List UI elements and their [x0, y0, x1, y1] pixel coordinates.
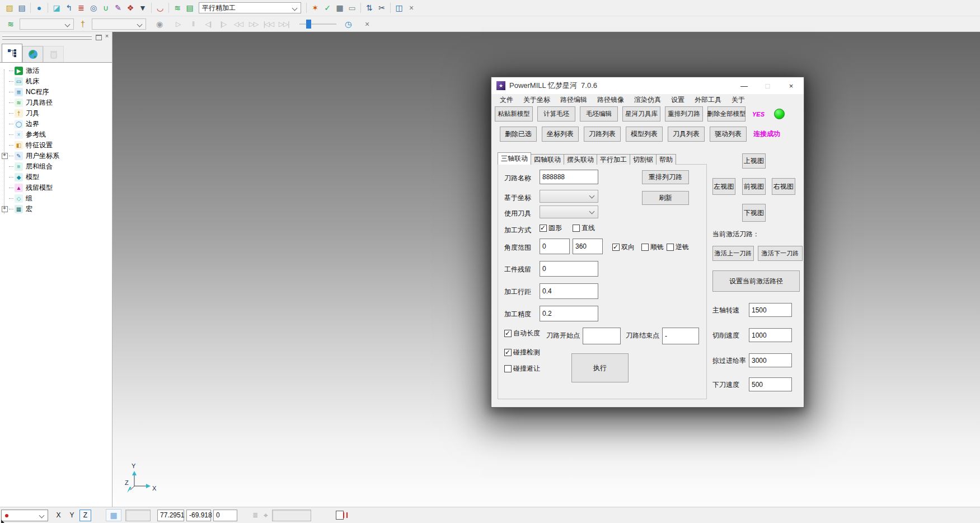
open-project-icon[interactable]: ▨ — [3, 2, 16, 14]
xyz-list-icon[interactable]: ≣ — [252, 511, 258, 519]
axis-z-button[interactable]: Z — [79, 510, 91, 521]
sim-tool-dropdown[interactable] — [92, 18, 146, 30]
calculator-icon[interactable]: ▦ — [334, 2, 346, 14]
explorer-close-icon[interactable]: × — [104, 32, 110, 40]
ruler-icon[interactable]: ▭ — [346, 2, 358, 14]
tree-item-toolpaths[interactable]: ≋ 刀具路径 — [0, 97, 112, 108]
collision-avoid-checkbox[interactable]: 碰撞避让 — [504, 364, 540, 373]
go-start-icon[interactable]: |◁◁ — [262, 18, 275, 30]
rapid-heights-icon[interactable]: ↰ — [63, 2, 75, 14]
auto-length-checkbox[interactable]: 自动长度 — [504, 329, 540, 338]
sim-toolpath-dropdown[interactable] — [20, 18, 74, 30]
scissors-icon[interactable]: ✂ — [376, 2, 388, 14]
climb-mill-checkbox[interactable]: 顺铣 — [641, 242, 664, 252]
block-icon[interactable]: ◪ — [50, 2, 63, 14]
angle-to-field[interactable]: 360 — [573, 239, 603, 254]
statusbar-dropdown[interactable] — [1, 510, 48, 521]
tool-ball-icon[interactable]: ◎ — [87, 2, 100, 14]
tree-item-models[interactable]: ◆ 模型 — [0, 172, 112, 183]
rearrange-toolpaths-button[interactable]: 重排列刀路 — [665, 106, 703, 122]
slider-handle[interactable] — [306, 20, 311, 29]
bidirectional-checkbox[interactable]: 双向 — [612, 242, 635, 252]
tree-item-nc-programs[interactable]: ≣ NC程序 — [0, 87, 112, 97]
axis-y-button[interactable]: Y — [66, 510, 78, 521]
block-edit-button[interactable]: 毛坯编辑 — [580, 106, 618, 122]
rearrange-toolpath-button[interactable]: 重排列刀路 — [642, 170, 689, 184]
tab-4axis[interactable]: 四轴联动 — [531, 154, 564, 165]
set-active-path-button[interactable]: 设置当前激活路径 — [712, 270, 800, 292]
links-icon[interactable]: ∪ — [100, 2, 112, 14]
execute-button[interactable]: 执行 — [571, 353, 629, 382]
expander-icon[interactable] — [2, 153, 8, 159]
tree-item-levels[interactable]: ≡ 层和组合 — [0, 161, 112, 172]
active-toolpath-dropdown[interactable]: 平行精加工 — [199, 2, 301, 13]
view-right-button[interactable]: 右视图 — [772, 178, 795, 195]
model-list-button[interactable]: 模型列表 — [626, 127, 663, 142]
tab-swivel-head[interactable]: 摆头联动 — [564, 154, 597, 165]
step-back-icon[interactable]: ◁| — [201, 18, 215, 30]
toolbar-close-icon[interactable]: × — [405, 2, 418, 14]
tab-parallel[interactable]: 平行加工 — [597, 154, 630, 165]
delete-all-models-button[interactable]: 删除全部模型 — [707, 106, 745, 122]
axis-x-button[interactable]: X — [53, 510, 64, 521]
float-panel-icon[interactable] — [96, 35, 102, 40]
conventional-mill-checkbox[interactable]: 逆铣 — [667, 242, 689, 252]
tab-explorer-globe[interactable] — [22, 46, 43, 62]
based-coord-select[interactable] — [540, 190, 598, 203]
clock-icon[interactable]: ◷ — [342, 18, 354, 30]
plunge-speed-field[interactable]: 500 — [749, 377, 792, 391]
tree-item-groups[interactable]: ◇ 组 — [0, 193, 112, 204]
skim-feed-field[interactable]: 3000 — [749, 353, 792, 367]
tree-item-stock-models[interactable]: ▲ 残留模型 — [0, 183, 112, 193]
toolpath-name-field[interactable]: 888888 — [540, 170, 598, 184]
collision-check-checkbox[interactable]: 碰撞检测 — [504, 348, 540, 357]
tool-list-button[interactable]: 刀具列表 — [668, 127, 705, 142]
tree-item-boundaries[interactable]: ◯ 边界 — [0, 119, 112, 129]
tree-item-tools[interactable]: † 刀具 — [0, 108, 112, 119]
xinghe-tool-library-button[interactable]: 星河刀具库 — [622, 106, 660, 122]
view-top-button[interactable]: 上视图 — [742, 153, 766, 169]
menu-path-mirror[interactable]: 路径镜像 — [592, 95, 629, 105]
close-button[interactable]: × — [782, 80, 800, 92]
minimize-button[interactable]: — — [735, 80, 753, 92]
lamp-icon[interactable]: ◉ — [153, 18, 166, 30]
mode-linear-checkbox[interactable]: 直线 — [573, 223, 595, 233]
tree-item-machine-tools[interactable]: ▭ 机床 — [0, 76, 112, 87]
plunge-tool-icon[interactable]: ◡ — [154, 2, 166, 14]
step-forward-icon[interactable]: |▷ — [217, 18, 230, 30]
verify-icon[interactable]: ✓ — [321, 2, 334, 14]
cutting-speed-field[interactable]: 1000 — [749, 328, 792, 342]
menu-settings[interactable]: 设置 — [666, 95, 690, 105]
simulation-speed-slider[interactable] — [299, 18, 336, 30]
go-end-icon[interactable]: ▷▷| — [277, 18, 290, 30]
toolpath-icon[interactable]: ≋ — [171, 2, 184, 14]
view-left-button[interactable]: 左视图 — [712, 178, 735, 195]
menu-about-coords[interactable]: 关于坐标 — [518, 95, 555, 105]
tree-item-feature-sets[interactable]: ◧ 特征设置 — [0, 140, 112, 151]
activate-next-toolpath-button[interactable]: 激活下一刀路 — [758, 246, 803, 261]
save-project-icon[interactable]: ▤ — [16, 2, 28, 14]
tree-item-macros[interactable]: ▦ 宏 — [0, 204, 112, 214]
rewind-icon[interactable]: ◁◁ — [232, 18, 245, 30]
tree-item-workplanes[interactable]: ✎ 用户坐标系 — [0, 151, 112, 161]
sim-close-icon[interactable]: × — [361, 18, 373, 30]
grid-toggle-button[interactable]: ▦ — [106, 509, 121, 521]
print-preview-icon[interactable]: ● — [33, 2, 45, 14]
tab-saw[interactable]: 切割锯 — [630, 154, 657, 165]
menu-path-edit[interactable]: 路径编辑 — [555, 95, 592, 105]
toolpath-list-icon[interactable]: ▤ — [184, 2, 196, 14]
delete-selected-button[interactable]: 删除已选 — [500, 127, 537, 142]
view-bottom-button[interactable]: 下视图 — [742, 204, 766, 222]
pause-icon[interactable]: ‖ — [186, 18, 200, 30]
tool-block-icon[interactable]: ▼ — [137, 2, 149, 14]
spindle-speed-field[interactable]: 1500 — [749, 303, 792, 317]
tolerance-field[interactable]: 0.2 — [540, 306, 598, 321]
coord-list-button[interactable]: 坐标列表 — [542, 127, 579, 142]
explorer-grip[interactable]: × — [0, 32, 112, 43]
tree-item-patterns[interactable]: × 参考线 — [0, 129, 112, 140]
menu-file[interactable]: 文件 — [495, 95, 518, 105]
compute-block-button[interactable]: 计算毛坯 — [537, 106, 575, 122]
fast-forward-icon[interactable]: ▷▷ — [247, 18, 260, 30]
play-icon[interactable]: ▷ — [171, 18, 185, 30]
tree-item-activate[interactable]: ▶ 激活 — [0, 66, 112, 76]
